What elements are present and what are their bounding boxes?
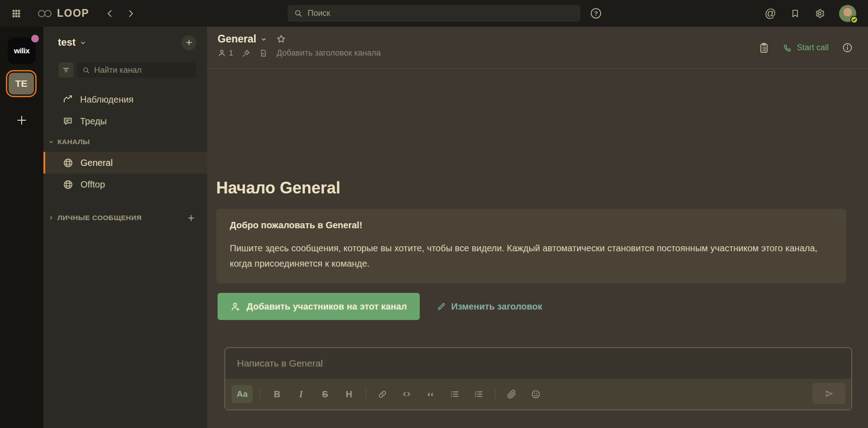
workspace-logo-text: wilix (14, 47, 29, 56)
section-channels[interactable]: КАНАЛЫ (43, 132, 207, 152)
global-search[interactable] (288, 5, 580, 22)
history-forward-button[interactable] (125, 8, 136, 19)
channel-tasks-icon[interactable] (758, 42, 770, 54)
formatting-toolbar: Aa B I S H 123 (225, 379, 851, 409)
unread-dot (31, 35, 39, 42)
header-right-cluster: @ (765, 0, 856, 27)
team-menu-button[interactable]: test (58, 37, 86, 48)
channel-intro-title: Начало General (216, 179, 341, 198)
edit-header-button[interactable]: Изменить заголовок (437, 301, 542, 312)
plus-icon (187, 214, 195, 222)
section-label: КАНАЛЫ (57, 138, 195, 146)
italic-button[interactable]: I (294, 385, 308, 403)
at-glyph: @ (765, 7, 776, 19)
channel-search[interactable] (77, 62, 196, 78)
team-button-te[interactable]: TE (6, 70, 37, 97)
pencil-icon (437, 302, 446, 311)
intro-actions: Добавить участников на этот канал Измени… (218, 293, 542, 320)
team-name: test (58, 37, 76, 48)
user-avatar[interactable] (839, 5, 856, 22)
infinity-logo-icon (37, 8, 53, 19)
channel-item-offtop[interactable]: Offtop (43, 174, 207, 195)
channel-info-icon[interactable] (842, 42, 853, 53)
heading-button[interactable]: H (342, 385, 356, 403)
header-left-cluster: LOOP (0, 0, 136, 27)
paperclip-icon (507, 390, 517, 399)
channel-search-input[interactable] (94, 66, 191, 75)
favorite-star-icon[interactable] (276, 34, 286, 44)
chevron-down-icon (80, 39, 86, 46)
toolbar-divider (495, 387, 495, 401)
channel-label: Offtop (81, 179, 105, 190)
channel-filter-button[interactable] (58, 62, 74, 78)
channel-title: General (218, 33, 256, 45)
sidebar-item-threads[interactable]: Треды (43, 110, 207, 132)
code-icon (402, 389, 412, 399)
start-call-label: Start call (797, 43, 829, 52)
start-call-button[interactable]: Start call (783, 43, 829, 52)
workspace-logo[interactable]: wilix (8, 38, 36, 64)
help-glyph: ? (594, 10, 598, 17)
help-circle-icon[interactable]: ? (591, 8, 601, 19)
add-channel-header-button[interactable]: Добавить заголовок канала (276, 48, 380, 58)
global-search-input[interactable] (308, 9, 574, 18)
quote-icon (426, 390, 435, 399)
channel-sidebar: test Наблюдения (43, 27, 207, 428)
chevron-right-icon (48, 215, 54, 221)
app-root: LOOP ? @ (0, 0, 868, 428)
emoji-icon (531, 389, 541, 400)
online-status-badge (850, 16, 858, 24)
strikethrough-button[interactable]: S (318, 385, 332, 403)
edit-header-label: Изменить заголовок (451, 301, 542, 312)
pinned-posts-icon[interactable] (242, 49, 251, 58)
sidebar-search-row (58, 62, 196, 78)
welcome-card: Добро пожаловать в General! Пишите здесь… (216, 209, 846, 283)
section-direct-messages[interactable]: ЛИЧНЫЕ СООБЩЕНИЯ (43, 208, 207, 228)
quote-button[interactable] (423, 385, 438, 403)
message-square-icon (62, 116, 73, 127)
message-input[interactable] (225, 348, 851, 379)
phone-icon (783, 43, 792, 52)
saved-posts-icon[interactable] (790, 9, 800, 19)
send-button[interactable] (812, 383, 845, 404)
globe-icon (62, 179, 74, 190)
channel-menu-button[interactable]: General (218, 33, 267, 45)
member-icon (218, 49, 226, 57)
welcome-heading: Добро пожаловать в General! (230, 220, 833, 230)
add-members-label: Добавить участников на этот канал (247, 301, 407, 312)
member-count-button[interactable]: 1 (218, 49, 233, 58)
sidebar-item-label: Треды (80, 116, 107, 127)
code-button[interactable] (399, 385, 414, 403)
add-direct-message-button[interactable] (187, 214, 195, 222)
add-channel-button[interactable] (181, 35, 196, 50)
sidebar-header: test (58, 34, 196, 51)
attach-file-button[interactable] (504, 385, 519, 403)
numbered-list-button[interactable]: 123 (471, 385, 486, 403)
app-grid-icon[interactable] (11, 9, 21, 19)
toolbar-divider (260, 387, 261, 401)
channel-header-placeholder: Добавить заголовок канала (276, 48, 380, 57)
bold-button[interactable]: B (270, 385, 285, 403)
add-members-button[interactable]: Добавить участников на этот канал (218, 293, 420, 320)
chart-line-icon (62, 94, 73, 105)
message-composer: Aa B I S H 123 (224, 347, 852, 410)
numbered-list-icon: 123 (474, 389, 484, 399)
add-team-button[interactable] (16, 114, 28, 126)
bullet-list-button[interactable] (447, 385, 462, 403)
at-mentions-icon[interactable]: @ (765, 8, 776, 19)
link-button[interactable] (375, 385, 390, 403)
settings-gear-icon[interactable] (814, 8, 825, 19)
channel-files-icon[interactable] (259, 49, 268, 57)
section-label: ЛИЧНЫЕ СООБЩЕНИЯ (57, 214, 183, 222)
sidebar-item-label: Наблюдения (80, 94, 133, 105)
emoji-button[interactable] (528, 385, 543, 403)
sidebar-item-insights[interactable]: Наблюдения (43, 89, 207, 110)
person-add-icon (230, 301, 241, 312)
plus-icon (185, 38, 193, 47)
welcome-text: Пишите здесь сообщения, которые вы хотит… (230, 240, 833, 271)
toolbar-divider (365, 387, 366, 401)
history-back-button[interactable] (104, 8, 115, 19)
chevron-down-icon (48, 139, 54, 145)
channel-item-general[interactable]: General (43, 152, 207, 174)
text-format-button[interactable]: Aa (232, 385, 253, 403)
